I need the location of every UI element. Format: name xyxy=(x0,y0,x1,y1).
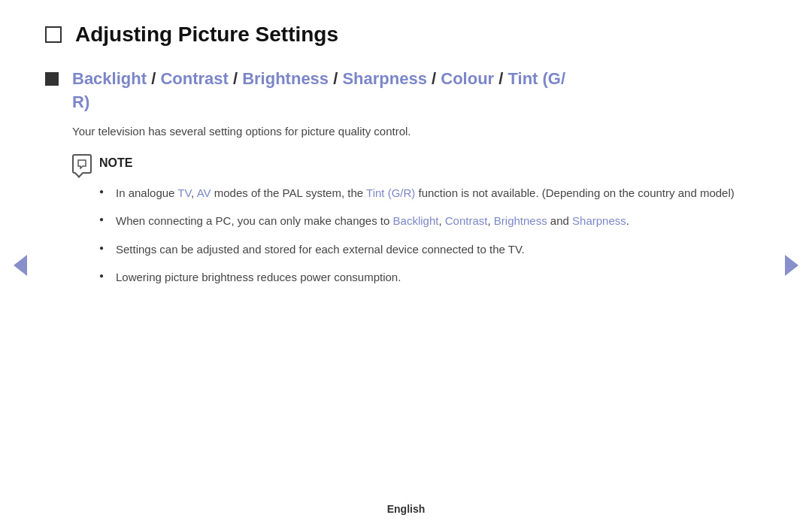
footer-language: English xyxy=(387,503,426,515)
link-sharpness[interactable]: Sharpness xyxy=(342,69,427,88)
link-tint-gr[interactable]: Tint (G/R) xyxy=(366,186,415,199)
section-content: Backlight / Contrast / Brightness / Shar… xyxy=(72,68,752,296)
section-bullet-icon xyxy=(45,72,59,86)
link-av[interactable]: AV xyxy=(197,186,211,199)
sep1: / xyxy=(147,69,160,88)
page-title: Adjusting Picture Settings xyxy=(75,23,338,47)
sep5: / xyxy=(494,69,508,88)
bullet-text-3: Settings can be adjusted and stored for … xyxy=(116,243,525,256)
link-contrast[interactable]: Contrast xyxy=(160,69,228,88)
sep4: / xyxy=(427,69,441,88)
note-label: NOTE xyxy=(99,153,132,173)
main-section: Backlight / Contrast / Brightness / Shar… xyxy=(45,68,752,296)
note-section: NOTE xyxy=(72,153,752,174)
page-container: Adjusting Picture Settings Backlight / C… xyxy=(0,0,812,530)
link-sharpness-2[interactable]: Sharpness xyxy=(572,214,626,227)
link-contrast-2[interactable]: Contrast xyxy=(445,214,488,227)
nav-prev-button[interactable] xyxy=(14,255,27,276)
list-item: Settings can be adjusted and stored for … xyxy=(99,241,752,258)
sep3: / xyxy=(329,69,342,88)
note-icon xyxy=(72,154,92,174)
link-tv[interactable]: TV xyxy=(177,186,191,199)
nav-next-button[interactable] xyxy=(785,255,798,276)
list-item: In analogue TV, AV modes of the PAL syst… xyxy=(99,184,752,201)
link-backlight[interactable]: Backlight xyxy=(72,69,147,88)
section-description: Your television has several setting opti… xyxy=(72,123,752,141)
list-item: Lowering picture brightness reduces powe… xyxy=(99,268,752,286)
link-brightness[interactable]: Brightness xyxy=(242,69,329,88)
title-checkbox-icon xyxy=(45,26,62,43)
link-colour[interactable]: Colour xyxy=(441,69,494,88)
bullet-text-4: Lowering picture brightness reduces powe… xyxy=(116,271,401,283)
link-backlight-2[interactable]: Backlight xyxy=(393,214,439,227)
notes-list: In analogue TV, AV modes of the PAL syst… xyxy=(99,184,752,286)
settings-heading: Backlight / Contrast / Brightness / Shar… xyxy=(72,68,752,114)
link-brightness-2[interactable]: Brightness xyxy=(494,214,547,227)
bullet-text-2: When connecting a PC, you can only make … xyxy=(116,214,629,227)
sep2: / xyxy=(229,69,242,88)
bullet-text-1: In analogue TV, AV modes of the PAL syst… xyxy=(116,186,735,199)
list-item: When connecting a PC, you can only make … xyxy=(99,212,752,229)
title-row: Adjusting Picture Settings xyxy=(45,23,752,47)
